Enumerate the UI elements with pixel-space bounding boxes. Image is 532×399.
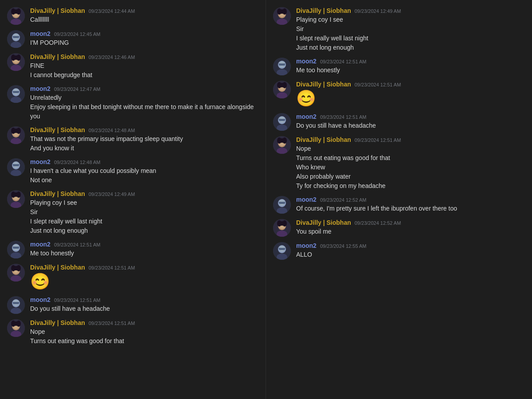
message-group: moon209/23/2024 12:55 AMALLO: [266, 239, 532, 262]
message-header: moon209/23/2024 12:55 AM: [296, 242, 525, 249]
message-group: moon209/23/2024 12:51 AMMe too honestly: [0, 238, 266, 261]
message-line: You spoil me: [296, 227, 525, 236]
message-group: DivaJilly | Siobhan09/23/2024 12:48 AMTh…: [0, 124, 266, 156]
message-header: DivaJilly | Siobhan09/23/2024 12:44 AM: [30, 7, 258, 14]
message-header: moon209/23/2024 12:45 AM: [30, 30, 258, 37]
message-line: I'M POOPING: [30, 38, 258, 47]
svg-rect-51: [12, 246, 20, 247]
svg-rect-25: [12, 91, 20, 92]
timestamp: 09/23/2024 12:51 AM: [320, 59, 367, 64]
svg-rect-97: [278, 119, 286, 120]
message-header: DivaJilly | Siobhan09/23/2024 12:46 AM: [30, 53, 258, 60]
username: moon2: [30, 241, 51, 248]
message-line: Not one: [30, 176, 258, 185]
message-content: DivaJilly | Siobhan09/23/2024 12:51 AMNo…: [30, 319, 258, 346]
timestamp: 09/23/2024 12:51 AM: [89, 265, 135, 270]
svg-point-31: [11, 128, 16, 134]
message-line: FINE: [30, 61, 258, 70]
right-chat-panel: DivaJilly | Siobhan09/23/2024 12:49 AMPl…: [266, 0, 532, 399]
message-header: DivaJilly | Siobhan09/23/2024 12:49 AM: [30, 190, 258, 197]
username: moon2: [296, 196, 317, 203]
message-content: moon209/23/2024 12:48 AMI haven't a clue…: [30, 158, 258, 185]
message-content: moon209/23/2024 12:51 AMDo you still hav…: [296, 113, 525, 130]
timestamp: 09/23/2024 12:52 AM: [355, 220, 401, 226]
timestamp: 09/23/2024 12:51 AM: [54, 242, 101, 247]
message-line: I slept really well last night: [296, 34, 525, 43]
svg-point-90: [277, 82, 282, 88]
svg-point-19: [16, 55, 21, 61]
message-group: DivaJilly | Siobhan09/23/2024 12:52 AMYo…: [266, 216, 532, 239]
message-header: DivaJilly | Siobhan09/23/2024 12:51 AM: [296, 81, 525, 88]
svg-rect-12: [12, 36, 20, 37]
message-header: DivaJilly | Siobhan09/23/2024 12:51 AM: [30, 264, 258, 271]
svg-point-18: [11, 55, 16, 61]
message-content: DivaJilly | Siobhan09/23/2024 12:52 AMYo…: [296, 219, 525, 236]
message-line: Just not long enough: [30, 226, 258, 235]
message-content: DivaJilly | Siobhan09/23/2024 12:48 AMTh…: [30, 126, 258, 153]
message-content: DivaJilly | Siobhan09/23/2024 12:49 AMPl…: [30, 190, 258, 235]
username: DivaJilly | Siobhan: [296, 81, 351, 88]
timestamp: 09/23/2024 12:51 AM: [355, 82, 401, 87]
message-content: DivaJilly | Siobhan09/23/2024 12:51 AM😊: [296, 81, 525, 108]
message-content: moon209/23/2024 12:45 AMI'M POOPING: [30, 30, 258, 47]
svg-rect-123: [278, 248, 286, 249]
message-group: DivaJilly | Siobhan09/23/2024 12:51 AMNo…: [266, 133, 532, 193]
timestamp: 09/23/2024 12:44 AM: [89, 8, 135, 14]
message-group: moon209/23/2024 12:51 AMMe too honestly: [266, 55, 532, 78]
svg-point-45: [16, 192, 21, 198]
message-content: moon209/23/2024 12:51 AMDo you still hav…: [30, 296, 258, 313]
message-content: DivaJilly | Siobhan09/23/2024 12:46 AMFI…: [30, 53, 258, 80]
message-line: Of course, I'm pretty sure I left the ib…: [296, 204, 525, 213]
message-line: And you know it: [30, 144, 258, 153]
avatar: [273, 242, 291, 260]
svg-point-44: [11, 192, 16, 198]
message-line: 😊: [30, 272, 258, 291]
message-header: moon209/23/2024 12:51 AM: [296, 113, 525, 120]
username: moon2: [296, 58, 317, 65]
avatar: [7, 296, 25, 314]
svg-point-78: [282, 8, 287, 15]
message-line: Callllllll: [30, 15, 258, 24]
message-content: moon209/23/2024 12:52 AMOf course, I'm p…: [296, 196, 525, 213]
avatar: [7, 53, 25, 71]
message-group: DivaJilly | Siobhan09/23/2024 12:44 AMCa…: [0, 4, 266, 27]
username: moon2: [296, 242, 317, 249]
message-header: moon209/23/2024 12:51 AM: [30, 296, 258, 303]
username: moon2: [30, 30, 51, 37]
avatar: [273, 58, 291, 75]
timestamp: 09/23/2024 12:51 AM: [54, 297, 101, 303]
message-header: DivaJilly | Siobhan09/23/2024 12:51 AM: [30, 319, 258, 326]
svg-point-91: [282, 82, 287, 88]
message-content: moon209/23/2024 12:55 AMALLO: [296, 242, 525, 259]
message-line: Nope: [30, 327, 258, 336]
username: DivaJilly | Siobhan: [296, 136, 351, 143]
svg-rect-110: [278, 202, 286, 203]
username: DivaJilly | Siobhan: [296, 7, 351, 14]
svg-point-116: [277, 220, 282, 227]
timestamp: 09/23/2024 12:48 AM: [54, 160, 101, 165]
message-group: DivaJilly | Siobhan09/23/2024 12:51 AMNo…: [0, 317, 266, 348]
timestamp: 09/23/2024 12:49 AM: [89, 192, 135, 197]
svg-point-32: [16, 128, 21, 134]
avatar: [7, 158, 25, 176]
svg-point-117: [282, 220, 287, 227]
message-line: Nope: [296, 144, 525, 153]
message-line: Do you still have a headache: [30, 304, 258, 313]
message-line: Playing coy I see: [30, 198, 258, 207]
svg-point-57: [11, 265, 16, 271]
avatar: [273, 196, 291, 214]
avatar: [7, 264, 25, 282]
timestamp: 09/23/2024 12:51 AM: [320, 114, 367, 120]
left-chat-panel: DivaJilly | Siobhan09/23/2024 12:44 AMCa…: [0, 0, 266, 399]
username: DivaJilly | Siobhan: [30, 53, 85, 60]
message-line: Do you still have a headache: [296, 121, 525, 130]
message-line: Unrelatedly: [30, 93, 258, 102]
message-header: moon209/23/2024 12:48 AM: [30, 158, 258, 165]
message-group: moon209/23/2024 12:51 AMDo you still hav…: [0, 293, 266, 317]
message-header: moon209/23/2024 12:47 AM: [30, 85, 258, 92]
message-line: I haven't a clue what you could possibly…: [30, 166, 258, 176]
message-header: moon209/23/2024 12:52 AM: [296, 196, 525, 203]
message-group: DivaJilly | Siobhan09/23/2024 12:51 AM😊: [0, 261, 266, 293]
username: DivaJilly | Siobhan: [30, 319, 85, 326]
message-line: Also probably water: [296, 172, 525, 181]
